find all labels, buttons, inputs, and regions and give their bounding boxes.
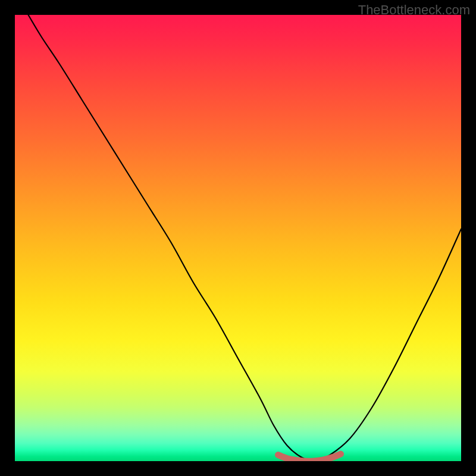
chart-background: [15, 15, 461, 461]
chart-frame: TheBottleneck.com: [0, 0, 476, 476]
bottleneck-chart: [15, 15, 461, 461]
